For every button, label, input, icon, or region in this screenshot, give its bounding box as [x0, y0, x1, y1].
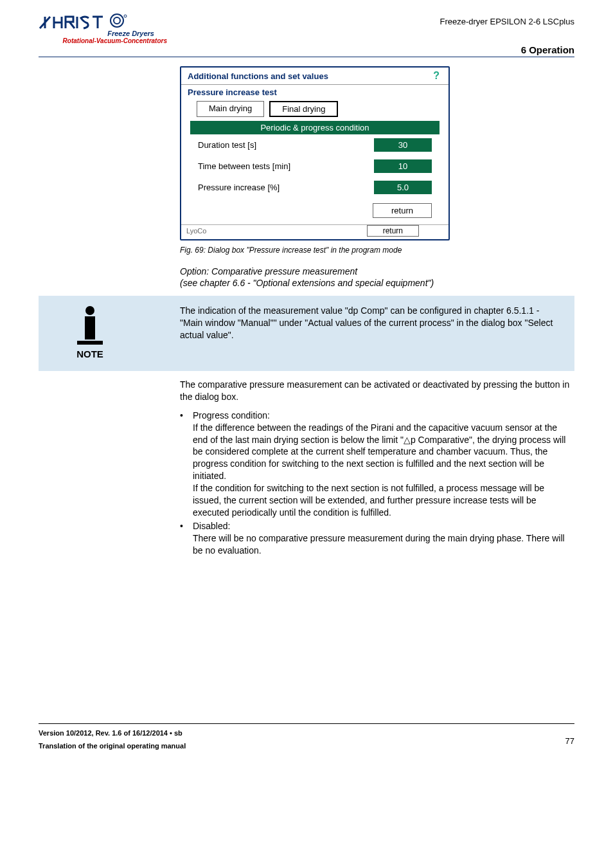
tab-final-drying[interactable]: Final drying — [269, 101, 338, 117]
row-increase: Pressure increase [%] 5.0 — [181, 177, 449, 198]
value-increase[interactable]: 5.0 — [374, 181, 432, 194]
bullet-2-title: Disabled: — [193, 520, 574, 532]
brand-logo: Freeze Dryers Rotational-Vacuum-Concentr… — [39, 13, 167, 44]
page-number: 77 — [565, 736, 574, 746]
label-duration: Duration test [s] — [198, 140, 256, 150]
svg-point-0 — [111, 14, 123, 27]
help-icon[interactable]: ? — [433, 70, 442, 82]
tab-main-drying[interactable]: Main drying — [197, 101, 264, 117]
body-content: The comparative pressure measurement can… — [180, 379, 574, 556]
option-line-1: Option: Comparative pressure measurement — [180, 266, 574, 276]
bullet-icon: • — [180, 520, 193, 557]
row-between: Time between tests [min] 10 — [181, 156, 449, 177]
page-header: Freeze Dryers Rotational-Vacuum-Concentr… — [39, 13, 574, 55]
header-divider — [39, 57, 574, 57]
value-between[interactable]: 10 — [374, 159, 432, 173]
bullet-icon: • — [180, 410, 193, 519]
return-button-2[interactable]: return — [367, 225, 419, 237]
intro-paragraph: The comparative pressure measurement can… — [180, 379, 574, 403]
lyoco-label: LyoCo — [185, 226, 208, 236]
label-increase: Pressure increase [%] — [198, 183, 280, 192]
page-footer: Version 10/2012, Rev. 1.6 of 16/12/2014 … — [39, 723, 574, 750]
logo-tagline-2: Rotational-Vacuum-Concentrators — [39, 37, 167, 44]
value-duration[interactable]: 30 — [374, 138, 432, 152]
bullet-1-p1: If the difference between the readings o… — [193, 422, 574, 482]
condition-band: Periodic & progress condition — [190, 121, 440, 134]
figure-caption: Fig. 69: Dialog box "Pressure increase t… — [180, 246, 574, 255]
product-title: Freeze-dryer EPSILON 2-6 LSCplus — [167, 17, 574, 26]
dialog-subtitle: Pressure increase test — [181, 85, 449, 100]
row-duration: Duration test [s] 30 — [181, 134, 449, 156]
note-label: NOTE — [39, 348, 141, 359]
bullet-1-title: Progress condition: — [193, 410, 574, 422]
christ-logo-icon — [39, 13, 129, 31]
dialog-title: Additional functions and set values — [188, 71, 328, 81]
option-line-2: (see chapter 6.6 - "Optional extensions … — [180, 278, 574, 288]
svg-point-1 — [124, 15, 127, 17]
footer-version: Version 10/2012, Rev. 1.6 of 16/12/2014 … — [39, 729, 574, 737]
bullet-1-p2: If the condition for switching to the ne… — [193, 482, 574, 519]
section-heading: 6 Operation — [167, 44, 574, 55]
note-text: The indication of the measurement value … — [141, 305, 563, 341]
return-button[interactable]: return — [373, 203, 432, 218]
note-box: NOTE The indication of the measurement v… — [39, 296, 574, 371]
info-icon — [39, 306, 141, 345]
bullet-2-p1: There will be no comparative pressure me… — [193, 532, 574, 557]
dialog-box: Additional functions and set values ? Pr… — [180, 66, 450, 240]
footer-translation: Translation of the original operating ma… — [39, 742, 574, 750]
label-between: Time between tests [min] — [198, 161, 290, 171]
